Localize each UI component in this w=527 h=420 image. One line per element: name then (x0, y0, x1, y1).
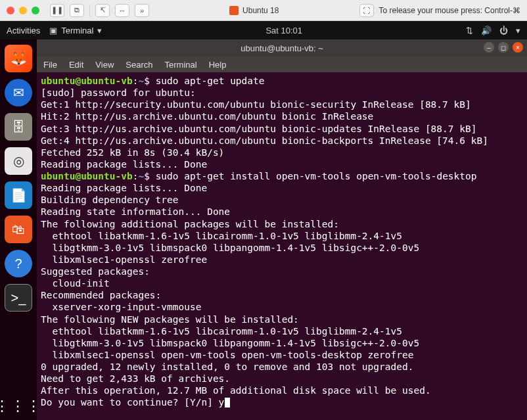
activities-button[interactable]: Activities (7, 26, 40, 35)
menu-view[interactable]: View (95, 60, 114, 70)
menu-file[interactable]: File (43, 60, 57, 70)
menu-search[interactable]: Search (126, 60, 152, 70)
terminal-title-text: ubuntu@ubuntu-vb: ~ (241, 43, 323, 53)
dock-firefox-icon[interactable]: 🦊 (5, 45, 32, 72)
terminal-titlebar[interactable]: ubuntu@ubuntu-vb: ~ – ◻ × (37, 39, 527, 57)
host-pause-button[interactable]: ❚❚ (50, 4, 64, 17)
host-tool-resize-button[interactable]: ↔ (115, 4, 129, 17)
menu-edit[interactable]: Edit (69, 60, 83, 70)
clock[interactable]: Sat 10:01 (111, 26, 457, 35)
chevron-down-icon[interactable]: ▾ (516, 26, 520, 35)
desktop: 🦊 ✉ 🗄 ◎ 📄 🛍 ? >_ ⋮⋮⋮ ubuntu@ubuntu-vb: ~… (0, 39, 527, 420)
window-minimize-button[interactable]: – (484, 42, 494, 53)
host-zoom-button[interactable] (32, 7, 39, 14)
host-tool-pointer-button[interactable]: ↸ (95, 4, 110, 17)
dock-help-icon[interactable]: ? (5, 250, 32, 277)
window-close-button[interactable]: × (513, 42, 523, 53)
dock: 🦊 ✉ 🗄 ◎ 📄 🛍 ? >_ ⋮⋮⋮ (0, 39, 37, 420)
ubuntu-logo-icon (229, 6, 239, 15)
dock-terminal-icon[interactable]: >_ (5, 284, 32, 312)
power-icon[interactable]: ⏻ (499, 26, 508, 35)
host-titlebar: ❚❚ ⧉ ↸ ↔ » Ubuntu 18 ⛶ To release your m… (0, 0, 527, 21)
network-icon[interactable]: ⇅ (466, 26, 473, 35)
chevron-down-icon: ▾ (97, 26, 102, 35)
host-release-hint: To release your mouse press: Control-⌘ (379, 6, 520, 15)
host-vm-label: Ubuntu 18 (242, 6, 279, 15)
gnome-top-bar: Activities ▣ Terminal ▾ Sat 10:01 ⇅ 🔊 ⏻ … (0, 21, 527, 39)
dock-show-apps-icon[interactable]: ⋮⋮⋮ (5, 392, 32, 420)
menu-terminal[interactable]: Terminal (165, 60, 197, 70)
terminal-icon: ▣ (49, 26, 57, 35)
host-tool-more-button[interactable]: » (135, 4, 149, 17)
host-traffic-lights (7, 7, 39, 14)
menu-help[interactable]: Help (209, 60, 227, 70)
host-minimize-button[interactable] (19, 7, 27, 14)
app-menu-label: Terminal (61, 26, 93, 35)
host-snapshot-button[interactable]: ⧉ (70, 4, 84, 17)
dock-software-icon[interactable]: 🛍 (5, 216, 32, 243)
window-maximize-button[interactable]: ◻ (498, 42, 509, 53)
dock-rhythmbox-icon[interactable]: ◎ (5, 147, 32, 175)
host-separator (89, 5, 90, 16)
dock-files-icon[interactable]: 🗄 (5, 113, 32, 141)
terminal-window: ubuntu@ubuntu-vb: ~ – ◻ × File Edit View… (37, 39, 527, 420)
volume-icon[interactable]: 🔊 (481, 26, 492, 35)
host-fullscreen-button[interactable]: ⛶ (359, 4, 374, 17)
dock-thunderbird-icon[interactable]: ✉ (5, 79, 32, 106)
terminal-body[interactable]: ubuntu@ubuntu-vb:~$ sudo apt-get update … (37, 72, 527, 420)
dock-writer-icon[interactable]: 📄 (5, 181, 32, 209)
terminal-menubar: File Edit View Search Terminal Help (37, 57, 527, 72)
app-menu[interactable]: ▣ Terminal ▾ (49, 26, 102, 35)
host-vm-tab[interactable]: Ubuntu 18 (229, 6, 279, 15)
text-cursor (225, 398, 230, 408)
host-close-button[interactable] (7, 7, 14, 14)
